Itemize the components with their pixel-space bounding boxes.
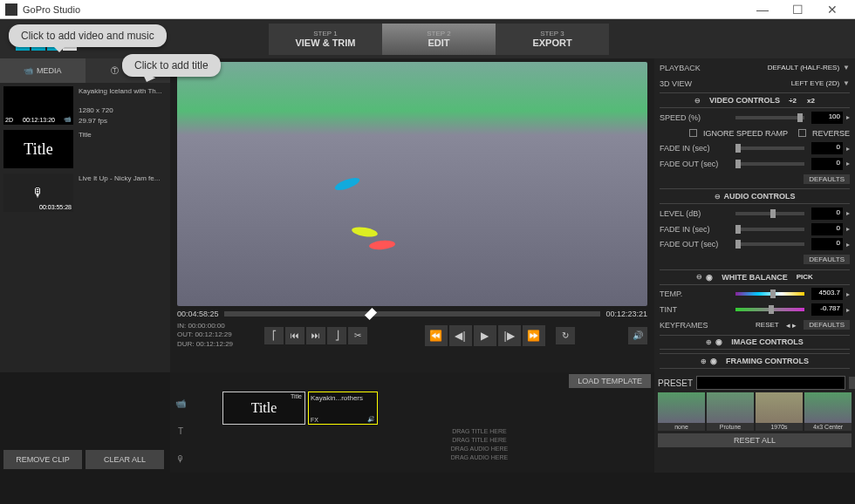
image-controls-header[interactable]: ⊕◉IMAGE CONTROLS xyxy=(660,335,850,351)
controls-panel: PLAYBACKDEFAULT (HALF-RES)▼ 3D VIEWLEFT … xyxy=(654,58,855,372)
clear-all-button[interactable]: CLEAR ALL xyxy=(86,450,164,469)
play-button[interactable]: ▶ xyxy=(474,325,496,346)
minimize-button[interactable]: — xyxy=(745,1,780,18)
video-preview[interactable] xyxy=(177,62,647,306)
window-title: GoPro Studio xyxy=(23,4,745,15)
fast-fwd-button[interactable]: ⏩ xyxy=(523,325,545,346)
wb-reset-button[interactable]: RESET xyxy=(756,321,779,329)
goto-in-button[interactable]: ⏮ xyxy=(285,327,304,344)
load-template-button[interactable]: LOAD TEMPLATE xyxy=(569,374,651,388)
preset-1970s[interactable]: 1970s xyxy=(756,392,803,431)
media-panel: 📹 MEDIA Ⓣ TITLE 2D📹00:12:13:20 Kayaking … xyxy=(0,58,170,372)
video-track-icon: 📹 xyxy=(175,398,186,408)
eye-icon: ◉ xyxy=(710,357,717,365)
preset-none[interactable]: none xyxy=(658,392,705,431)
media-item-title[interactable]: Title Title xyxy=(0,126,170,170)
add-preset-button[interactable]: ADD xyxy=(849,377,855,389)
microphone-icon: 🎙 xyxy=(32,186,44,200)
maximize-button[interactable]: ☐ xyxy=(780,1,815,18)
right-timecode: 00:12:23:21 xyxy=(605,310,647,318)
app-icon xyxy=(5,3,17,16)
speed-slider[interactable] xyxy=(735,116,804,119)
preset-name-input[interactable] xyxy=(696,376,845,390)
camera-icon: 📹 xyxy=(24,66,33,75)
preset-4x3[interactable]: 4x3 Center xyxy=(804,392,852,431)
step-edit[interactable]: STEP 2EDIT xyxy=(382,24,496,55)
view3d-row[interactable]: 3D VIEWLEFT EYE (2D)▼ xyxy=(660,76,850,92)
tint-slider[interactable] xyxy=(735,308,804,311)
reverse-checkbox[interactable] xyxy=(798,129,806,137)
title-track-icon: T xyxy=(178,426,183,436)
eye-icon: ◉ xyxy=(706,273,713,282)
afadein-slider[interactable] xyxy=(735,228,804,231)
expand-icon: ⊕ xyxy=(701,358,707,365)
chevron-down-icon: ▼ xyxy=(843,64,850,72)
pick-button[interactable]: PICK xyxy=(797,273,813,281)
collapse-icon[interactable]: ⊖ xyxy=(715,193,721,201)
loop-button[interactable]: ↻ xyxy=(556,327,575,344)
playback-row[interactable]: PLAYBACKDEFAULT (HALF-RES)▼ xyxy=(660,60,850,76)
title-icon: Ⓣ xyxy=(111,65,119,77)
vfadeout-slider[interactable] xyxy=(735,162,804,166)
preset-protune[interactable]: Protune xyxy=(707,392,754,431)
reset-all-button[interactable]: RESET ALL xyxy=(658,433,852,447)
level-slider[interactable] xyxy=(735,212,804,215)
collapse-icon[interactable]: ⊖ xyxy=(694,97,701,105)
volume-icon[interactable]: 🔊 xyxy=(628,327,647,344)
step-export[interactable]: STEP 3EXPORT xyxy=(496,24,609,55)
audio-track-icon: 🎙 xyxy=(176,454,185,464)
remove-clip-button[interactable]: REMOVE CLIP xyxy=(3,450,82,469)
mark-in-button[interactable]: ⎡ xyxy=(264,327,284,344)
step-tabs: STEP 1VIEW & TRIM STEP 2EDIT STEP 3EXPOR… xyxy=(269,24,609,55)
afadeout-slider[interactable] xyxy=(735,242,804,246)
tooltip-add-title: Click to add title xyxy=(122,54,221,77)
ignore-ramp-checkbox[interactable] xyxy=(689,129,697,137)
collapse-icon[interactable]: ⊖ xyxy=(696,273,702,281)
expand-icon: ⊕ xyxy=(706,338,712,346)
split-button[interactable]: ✂ xyxy=(348,327,367,344)
vfadein-slider[interactable] xyxy=(735,146,804,150)
video-defaults-button[interactable]: DEFAULTS xyxy=(804,174,850,184)
rewind-button[interactable]: ⏪ xyxy=(425,325,448,346)
step-view-trim[interactable]: STEP 1VIEW & TRIM xyxy=(269,24,382,55)
tooltip-add-media: Click to add video and music xyxy=(9,24,167,47)
audio-defaults-button[interactable]: DEFAULTS xyxy=(804,255,850,264)
tab-media[interactable]: 📹 MEDIA xyxy=(0,58,86,83)
audio-icon: 🔊 xyxy=(367,416,375,423)
step-back-button[interactable]: ◀| xyxy=(449,325,472,346)
eye-icon: ◉ xyxy=(715,337,722,346)
temp-slider[interactable] xyxy=(735,292,804,296)
step-fwd-button[interactable]: |▶ xyxy=(498,325,521,346)
window-titlebar: GoPro Studio — ☐ ✕ xyxy=(0,0,855,19)
media-item-audio[interactable]: 🎙 00:03:55:28 Live It Up - Nicky Jam fe.… xyxy=(0,170,170,214)
scrubber[interactable] xyxy=(224,311,601,317)
timeline-title-clip[interactable]: Title Title xyxy=(222,392,305,425)
preview-area: 00:04:58:25 00:12:23:21 IN: 00:00:00:00O… xyxy=(170,58,654,372)
wb-defaults-button[interactable]: DEFAULTS xyxy=(804,320,850,330)
timeline-video-clip[interactable]: Kayakin...rothers FX 🔊 xyxy=(308,392,378,425)
timeline[interactable]: 📹 T 🎙 Title Title Kayakin...rothers FX 🔊… xyxy=(170,390,654,473)
in-out-display: IN: 00:00:00:00OUT: 00:12:12:29DUR: 00:1… xyxy=(177,322,256,349)
framing-controls-header[interactable]: ⊕◉FRAMING CONTROLS xyxy=(660,353,850,369)
chevron-down-icon: ▼ xyxy=(843,79,850,87)
close-button[interactable]: ✕ xyxy=(815,1,850,18)
goto-out-button[interactable]: ⏭ xyxy=(306,327,325,344)
mark-out-button[interactable]: ⎦ xyxy=(327,327,346,344)
left-timecode: 00:04:58:25 xyxy=(177,310,219,318)
media-item-video[interactable]: 2D📹00:12:13:20 Kayaking Iceland with Th.… xyxy=(0,83,170,126)
